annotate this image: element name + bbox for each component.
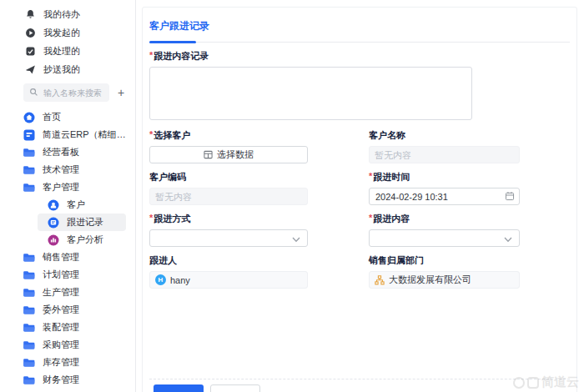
- sidebar-item-dashboard[interactable]: 经营看板: [0, 143, 135, 161]
- title-underline: [149, 40, 570, 43]
- sidebar-item-home[interactable]: 首页: [0, 108, 135, 126]
- sidebar-item-label: 技术管理: [43, 163, 79, 176]
- sidebar-item-label: 销售管理: [43, 251, 79, 264]
- send-icon: [25, 28, 36, 38]
- form-buttons: [154, 384, 260, 392]
- sidebar-item-tech-mgmt[interactable]: 技术管理: [0, 161, 135, 178]
- form-area: * 跟进内容记录 * 选择客户 选择数据: [149, 50, 576, 289]
- field-label-follow-content: * 跟进内容: [369, 213, 520, 225]
- home-icon: [23, 112, 35, 123]
- sidebar-item-label: 装配管理: [43, 321, 79, 334]
- customer-code-input: [149, 188, 308, 205]
- folder-icon: [23, 357, 35, 368]
- sidebar-item-finance-mgmt[interactable]: 财务管理: [0, 371, 135, 389]
- calendar-icon[interactable]: [505, 191, 515, 201]
- field-label-follow-person: 跟进人: [149, 254, 308, 267]
- process-icon: [25, 46, 36, 57]
- avatar: H: [155, 274, 166, 285]
- required-mark: *: [149, 50, 153, 63]
- follow-person-value: hany: [170, 275, 190, 285]
- follow-method-select[interactable]: [149, 229, 308, 247]
- folder-icon: [23, 147, 35, 158]
- required-mark: *: [369, 171, 372, 183]
- required-mark: *: [369, 213, 372, 225]
- required-mark: *: [149, 213, 153, 225]
- sidebar-item-label: 简道云ERP（精细版-离散MTO）「...: [43, 128, 134, 141]
- sidebar-item-plan-mgmt[interactable]: 计划管理: [0, 266, 135, 284]
- sidebar-item-label: 我发起的: [43, 27, 80, 39]
- main-content: 客户跟进记录 * 跟进内容记录 * 选择客户: [136, 0, 584, 392]
- field-label-customer-name: 客户名称: [369, 129, 520, 142]
- sidebar-item-my-processed[interactable]: 我处理的: [0, 42, 135, 60]
- sidebar-item-customer[interactable]: 客户: [0, 196, 135, 214]
- chevron-down-icon: [292, 237, 300, 243]
- paper-plane-icon: [25, 64, 36, 75]
- select-data-button[interactable]: 选择数据: [149, 146, 308, 163]
- progress-bar: [149, 41, 196, 43]
- follow-content-record-textarea[interactable]: [149, 67, 472, 120]
- sidebar-item-assembly-mgmt[interactable]: 装配管理: [0, 319, 135, 336]
- sidebar-item-customer-analysis[interactable]: 客户分析: [0, 231, 135, 249]
- follow-record-icon: [48, 217, 59, 229]
- secondary-button[interactable]: [210, 384, 260, 392]
- search-icon: [29, 88, 38, 97]
- sidebar-item-label: 客户: [67, 199, 85, 211]
- folder-icon: [23, 164, 35, 175]
- folder-icon: [23, 374, 35, 385]
- sidebar-item-inventory-mgmt[interactable]: 库存管理: [0, 354, 135, 371]
- sidebar-item-my-initiated[interactable]: 我发起的: [0, 23, 135, 42]
- sidebar-item-label: 客户分析: [67, 234, 103, 246]
- bell-icon: [25, 9, 36, 20]
- folder-icon: [23, 339, 35, 350]
- sidebar-item-sales-mgmt[interactable]: 销售管理: [0, 249, 135, 266]
- sidebar-item-my-todo[interactable]: 我的待办: [0, 5, 135, 23]
- sidebar-item-purchase-mgmt[interactable]: 采购管理: [0, 336, 135, 354]
- divider: [149, 42, 570, 43]
- divider: [149, 379, 570, 379]
- folder-icon: [23, 252, 35, 263]
- follow-time-field: [369, 188, 520, 205]
- sidebar-item-label: 委外管理: [43, 304, 79, 316]
- sidebar-item-label: 计划管理: [43, 269, 79, 281]
- field-label-follow-time: * 跟进时间: [369, 171, 520, 183]
- folder-icon: [23, 182, 35, 193]
- app-icon: [23, 129, 35, 141]
- field-label-select-customer: * 选择客户: [149, 129, 308, 142]
- customer-icon: [48, 199, 59, 211]
- add-button[interactable]: +: [113, 85, 128, 100]
- sidebar-item-label: 库存管理: [43, 356, 79, 369]
- follow-person-field: H hany: [149, 271, 308, 289]
- sidebar: 我的待办 我发起的 我处理的 抄送我的: [0, 0, 136, 392]
- sales-department-value: 大数据发展有限公司: [389, 274, 471, 286]
- submit-button[interactable]: [154, 384, 204, 392]
- analysis-icon: [48, 234, 59, 246]
- required-mark: *: [149, 129, 153, 142]
- folder-icon: [23, 322, 35, 333]
- field-label-follow-method: * 跟进方式: [149, 213, 308, 225]
- sidebar-item-label: 我处理的: [43, 45, 80, 58]
- sidebar-search-row: +: [23, 83, 128, 102]
- sidebar-item-label: 财务管理: [43, 374, 79, 386]
- folder-icon: [23, 269, 35, 280]
- sidebar-item-cc-to-me[interactable]: 抄送我的: [0, 60, 135, 78]
- chevron-down-icon: [504, 237, 512, 243]
- field-label-customer-code: 客户编码: [149, 171, 308, 183]
- sidebar-item-label: 首页: [43, 111, 61, 123]
- follow-time-input[interactable]: [369, 188, 520, 205]
- follow-content-select[interactable]: [369, 229, 520, 247]
- search-box: [23, 83, 109, 102]
- app-window: 我的待办 我发起的 我处理的 抄送我的: [0, 0, 584, 392]
- sidebar-item-customer-mgmt[interactable]: 客户管理: [0, 178, 135, 196]
- form-panel: 客户跟进记录 * 跟进内容记录 * 选择客户: [142, 7, 577, 392]
- form-title: 客户跟进记录: [149, 19, 576, 33]
- sidebar-item-outsourcing-mgmt[interactable]: 委外管理: [0, 301, 135, 319]
- customer-name-input: [369, 146, 520, 163]
- sidebar-item-production-mgmt[interactable]: 生产管理: [0, 284, 135, 301]
- folder-icon: [23, 304, 35, 315]
- sidebar-item-label: 抄送我的: [43, 63, 80, 76]
- select-data-icon: [204, 150, 213, 159]
- sidebar-item-app[interactable]: 简道云ERP（精细版-离散MTO）「...: [0, 126, 135, 143]
- sidebar-item-label: 经营看板: [43, 146, 79, 158]
- sidebar-item-follow-record[interactable]: 跟进记录: [38, 214, 126, 231]
- sidebar-item-label: 我的待办: [43, 8, 80, 21]
